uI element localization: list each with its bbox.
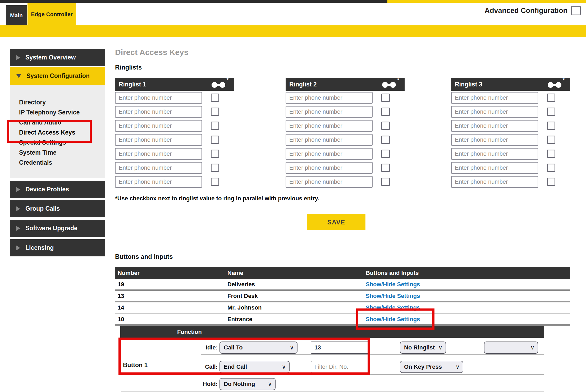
save-button[interactable]: SAVE <box>307 214 365 230</box>
row-name: Front Desk <box>227 291 258 301</box>
ringlist-entry-row <box>286 148 405 160</box>
sidebar-item-label: Group Calls <box>25 205 60 212</box>
sidebar-item-label: System Configuration <box>26 72 90 80</box>
parallel-ring-checkbox[interactable] <box>547 178 555 186</box>
phone-number-input[interactable] <box>115 176 202 188</box>
call-trigger-select[interactable]: On Key Press ∨ <box>400 361 463 373</box>
parallel-ring-checkbox[interactable] <box>211 164 219 172</box>
sidebar-item-licensing[interactable]: Licensing <box>10 239 105 256</box>
parallel-ring-checkbox[interactable] <box>381 150 390 158</box>
parallel-ring-checkbox[interactable] <box>547 108 555 116</box>
phone-number-input[interactable] <box>286 92 373 104</box>
phone-number-input[interactable] <box>451 92 538 104</box>
phone-number-input[interactable] <box>115 134 202 146</box>
parallel-ring-checkbox[interactable] <box>547 164 555 172</box>
tab-edge-controller[interactable]: Edge Controller <box>28 3 76 25</box>
phone-number-input[interactable] <box>115 148 202 160</box>
idle-number-input[interactable] <box>311 342 369 354</box>
parallel-ring-checkbox[interactable] <box>211 108 219 116</box>
sidebar-link-special-settings[interactable]: Special Settings <box>19 137 105 147</box>
ringlist-entry-row <box>451 120 570 132</box>
phone-number-input[interactable] <box>451 134 538 146</box>
phone-number-input[interactable] <box>451 106 538 118</box>
parallel-ring-checkbox[interactable] <box>211 136 219 144</box>
hold-function-select[interactable]: Do Nothing ∨ <box>219 378 276 390</box>
call-function-select[interactable]: End Call ∨ <box>219 361 290 373</box>
phone-number-input[interactable] <box>451 120 538 132</box>
phone-number-input[interactable] <box>451 148 538 160</box>
chevron-down-icon: ∨ <box>438 344 442 351</box>
phone-number-input[interactable] <box>286 106 373 118</box>
row-name: Entrance <box>227 314 252 324</box>
ringlist-entry-row <box>451 148 570 160</box>
svg-text:*: * <box>397 78 400 84</box>
parallel-ring-checkbox[interactable] <box>381 178 390 186</box>
ringlist-entry-row <box>451 92 570 104</box>
advanced-configuration-checkbox[interactable] <box>571 6 581 15</box>
chevron-right-icon <box>16 206 20 211</box>
ringlist-header: Ringlist 2 * <box>286 78 405 91</box>
function-panel-title: Function <box>177 326 202 338</box>
sidebar-link-system-time[interactable]: System Time <box>19 147 105 158</box>
row-separator <box>201 374 544 375</box>
sidebar-item-system-overview[interactable]: System Overview <box>10 49 105 66</box>
phone-number-input[interactable] <box>451 176 538 188</box>
sidebar-item-software-upgrade[interactable]: Software Upgrade <box>10 220 105 237</box>
sidebar-item-device-profiles[interactable]: Device Profiles <box>10 181 105 198</box>
tab-main[interactable]: Main <box>6 5 27 25</box>
sidebar-item-label: Software Upgrade <box>25 225 77 232</box>
phone-number-input[interactable] <box>451 162 538 174</box>
sidebar-item-system-configuration[interactable]: System Configuration <box>10 67 105 85</box>
phone-number-input[interactable] <box>115 120 202 132</box>
idle-ringlist-value: No Ringlist <box>404 344 435 351</box>
phone-number-input[interactable] <box>286 162 373 174</box>
call-filter-input[interactable] <box>311 361 369 373</box>
parallel-ring-checkbox[interactable] <box>211 122 219 130</box>
ringlist-entry-row <box>115 134 234 146</box>
show-hide-settings-link[interactable]: Show/Hide Settings <box>366 302 420 313</box>
idle-function-select[interactable]: Call To ∨ <box>219 342 297 354</box>
call-function-value: End Call <box>224 363 247 370</box>
chevron-right-icon <box>16 55 20 60</box>
parallel-ring-checkbox[interactable] <box>381 108 390 116</box>
show-hide-settings-link[interactable]: Show/Hide Settings <box>366 279 420 289</box>
sidebar-item-label: System Overview <box>25 54 76 61</box>
parallel-ring-checkbox[interactable] <box>547 150 555 158</box>
show-hide-settings-link[interactable]: Show/Hide Settings <box>366 291 420 301</box>
row-separator <box>201 354 544 355</box>
call-trigger-value: On Key Press <box>404 363 442 370</box>
sidebar-link-call-and-audio[interactable]: Call and Audio <box>19 117 105 127</box>
phone-number-input[interactable] <box>286 120 373 132</box>
idle-extra-select[interactable]: ∨ <box>484 342 538 354</box>
sidebar-item-group-calls[interactable]: Group Calls <box>10 200 105 217</box>
show-hide-settings-link[interactable]: Show/Hide Settings <box>366 314 420 324</box>
parallel-ring-checkbox[interactable] <box>381 94 390 102</box>
chevron-down-icon: ∨ <box>268 381 272 387</box>
ringlist-column-1: Ringlist 1 * <box>115 78 234 190</box>
phone-number-input[interactable] <box>115 92 202 104</box>
parallel-ring-checkbox[interactable] <box>211 94 219 102</box>
parallel-ring-checkbox[interactable] <box>381 164 390 172</box>
sidebar-link-credentials[interactable]: Credentials <box>19 158 105 168</box>
ringlists-heading: Ringlists <box>115 64 142 71</box>
parallel-ring-checkbox[interactable] <box>211 178 219 186</box>
parallel-ring-checkbox[interactable] <box>211 150 219 158</box>
sidebar-link-ip-telephony-service[interactable]: IP Telephony Service <box>19 107 105 117</box>
parallel-ring-checkbox[interactable] <box>381 136 390 144</box>
advanced-configuration-label: Advanced Configuration <box>484 7 567 15</box>
idle-ringlist-select[interactable]: No Ringlist ∨ <box>400 342 446 354</box>
phone-number-input[interactable] <box>286 134 373 146</box>
row-number: 19 <box>118 279 124 289</box>
sidebar-link-directory[interactable]: Directory <box>19 97 105 107</box>
phone-number-input[interactable] <box>115 162 202 174</box>
parallel-ring-checkbox[interactable] <box>547 122 555 130</box>
parallel-ring-checkbox[interactable] <box>547 94 555 102</box>
ringlist-column-2: Ringlist 2 * <box>286 78 405 190</box>
sidebar-link-direct-access-keys[interactable]: Direct Access Keys <box>19 127 105 137</box>
hold-label: Hold: <box>185 378 218 390</box>
phone-number-input[interactable] <box>286 148 373 160</box>
phone-number-input[interactable] <box>115 106 202 118</box>
parallel-ring-checkbox[interactable] <box>547 136 555 144</box>
parallel-ring-checkbox[interactable] <box>381 122 390 130</box>
phone-number-input[interactable] <box>286 176 373 188</box>
